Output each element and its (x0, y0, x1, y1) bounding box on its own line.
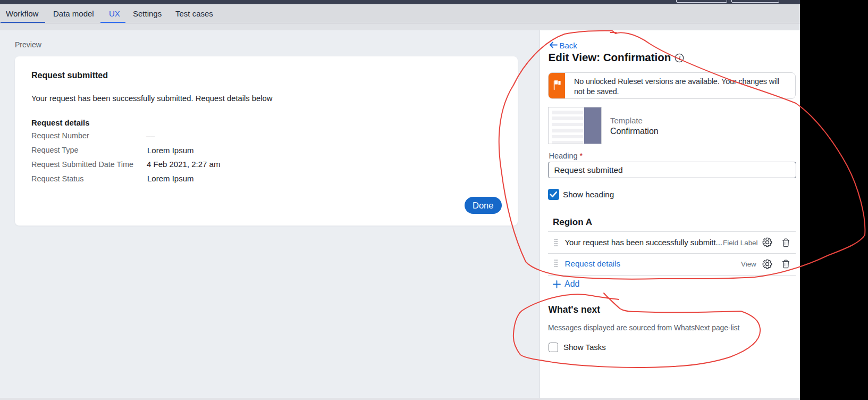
svg-text:i: i (678, 55, 680, 61)
